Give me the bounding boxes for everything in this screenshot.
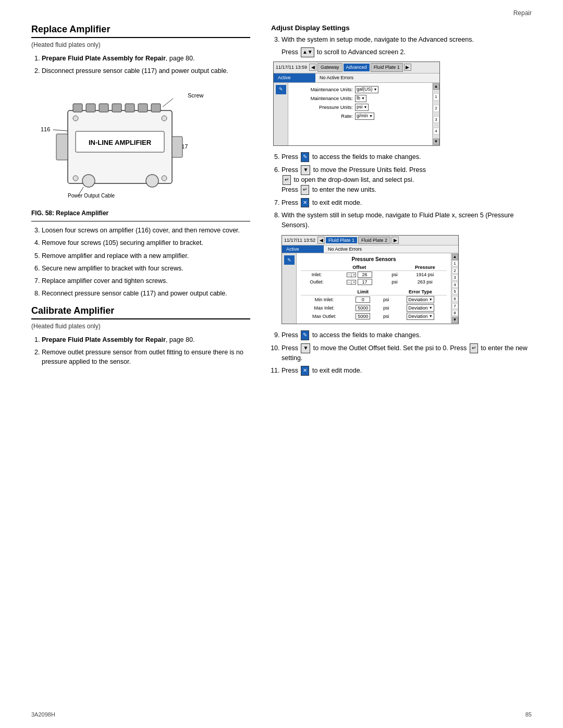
error-type-maxout: Deviation▼	[394, 312, 447, 320]
step8-text: Reconnect pressure sensor cable (117) an…	[42, 290, 227, 297]
footer-right: 85	[525, 711, 532, 718]
step7-text: Replace amplifier cover and tighten scre…	[42, 277, 168, 285]
exit-icon-step11: ✕	[301, 366, 309, 376]
limit-unit-minin: psi	[378, 295, 394, 304]
exit-icon-step7: ✕	[301, 198, 309, 208]
screen1-tab-gateway[interactable]: Gateway	[317, 63, 342, 72]
right-column: Adjust Display Settings With the system …	[271, 24, 532, 381]
col-empty-lim	[301, 289, 348, 295]
step1-rest: , page 80.	[166, 55, 195, 62]
limit-unit-maxin: psi	[378, 304, 394, 312]
scroll2-num-7: 7	[452, 303, 458, 309]
screen2-scrollbar: ▲ 1 2 3 4 5 6 7 8 ▼	[451, 253, 458, 324]
screen2-mockup: 11/17/11 13:52 ◀ Fluid Plate 1 Fluid Pla…	[282, 235, 459, 324]
settings-label-1: Maintenance Units:	[292, 86, 355, 93]
limit-val-maxin: 5000	[348, 304, 378, 312]
section2-subtitle: (Heated fluid plates only)	[31, 323, 250, 330]
screw-label: Screw	[188, 92, 204, 98]
max-outlet-value: 5000	[356, 313, 370, 319]
scroll2-down-btn[interactable]: ▼	[452, 317, 458, 323]
screen2-tab-fp2[interactable]: Fluid Plate 2	[358, 237, 390, 244]
steps-after-fig: Loosen four screws on amplifier (116) co…	[31, 226, 250, 298]
scroll-up-btn[interactable]: ▲	[433, 83, 439, 90]
screen2-edit-icon[interactable]: ✎	[284, 255, 295, 265]
screen1-forward-btn[interactable]: ▶	[404, 64, 411, 71]
svg-rect-17	[172, 137, 182, 157]
screen2-forward-btn[interactable]: ▶	[391, 237, 399, 244]
section1-title: Replace Amplifier	[31, 24, 250, 38]
max-inlet-value: 5000	[356, 305, 370, 311]
settings-value-4[interactable]: g/min▼	[355, 113, 374, 120]
screen1-back-btn[interactable]: ◀	[309, 64, 316, 71]
table-row: Inlet: −|+ 26 psi 1914 psi	[301, 270, 447, 278]
error-type-maxin: Deviation▼	[394, 304, 447, 312]
screen1-header: 11/17/11 13:59 ◀ Gateway Advanced Fluid …	[274, 62, 439, 73]
limit-val-minin: 0	[348, 295, 378, 304]
scroll2-up-btn[interactable]: ▲	[452, 254, 458, 260]
scroll-num-3: 3	[433, 116, 439, 124]
error-dropdown-maxin[interactable]: Deviation▼	[407, 304, 434, 312]
pressure-table: Offset Pressure Inlet: −|+ 26	[301, 264, 447, 286]
scroll2-num-6: 6	[452, 296, 458, 302]
right-steps-9-11: Press ✎ to access the fields to make cha…	[271, 330, 532, 376]
step3-text: Loosen four screws on amplifier (116) co…	[42, 227, 240, 234]
section1-subtitle: (Heated fluid plates only)	[31, 41, 250, 48]
outlet-stepper[interactable]: −|+	[347, 280, 356, 285]
left-column: Replace Amplifier (Heated fluid plates o…	[31, 24, 250, 381]
step3-right-text: With the system in setup mode, navigate …	[282, 36, 474, 43]
screen1-tab-fluidplate[interactable]: Fluid Plate 1	[371, 63, 403, 72]
settings-value-3[interactable]: psi▼	[355, 104, 369, 111]
svg-point-18	[82, 175, 95, 187]
amplifier-diagram-svg: Screw 116 117	[31, 82, 209, 202]
screen2-status-errors: No Active Errors	[324, 245, 458, 253]
screen2-tab-fp1[interactable]: Fluid Plate 1	[326, 237, 357, 243]
step11-suffix: to exit edit mode.	[312, 367, 362, 374]
limit-val-maxout: 5000	[348, 312, 378, 320]
page-footer: 3A2098H 85	[31, 711, 532, 718]
list-item: Remove amplifier and replace with a new …	[42, 251, 250, 261]
col-error-type: Error Type	[394, 289, 447, 295]
error-dropdown-minin[interactable]: Deviation▼	[407, 296, 434, 303]
screen1-edit-icon[interactable]: ✎	[276, 85, 286, 94]
screen1-scrollbar: ▲ 1 2 3 4 ▼	[432, 83, 439, 145]
screen2-status: Active No Active Errors	[282, 245, 458, 253]
limit-unit-maxout: psi	[378, 312, 394, 320]
settings-value-1[interactable]: gal(US)▼	[355, 86, 378, 93]
error-dropdown-maxout[interactable]: Deviation▼	[407, 313, 434, 320]
right-steps: With the system in setup mode, navigate …	[271, 35, 532, 230]
step4-text: Press	[282, 47, 298, 57]
calibrate-step2-text: Remove outlet pressure sensor from outle…	[42, 349, 243, 365]
header-label: Repair	[513, 9, 532, 17]
table-row: Outlet: −|+ 17 psi 263 psi	[301, 278, 447, 286]
calibrate-step1-rest: , page 80.	[166, 336, 195, 343]
down-icon-step10: ▼	[301, 343, 310, 353]
settings-label-3: Pressure Units:	[292, 104, 355, 111]
screen2-content: Pressure Sensors Offset Pressure	[297, 253, 451, 324]
settings-value-2[interactable]: lb▼	[355, 95, 366, 102]
inlet-stepper[interactable]: −|+	[347, 273, 356, 277]
screen1-tab-advanced[interactable]: Advanced	[344, 64, 370, 71]
screen2-timestamp: 11/17/11 13:52	[284, 238, 315, 243]
step1-bold: Prepare Fluid Plate Assembly for Repair	[42, 55, 166, 62]
step6-mid: to move the Pressure Units field. Press	[313, 166, 426, 174]
scroll2-num-5: 5	[452, 289, 458, 294]
scroll-num-4: 4	[433, 128, 439, 135]
scroll-down-btn[interactable]: ▼	[433, 139, 439, 145]
step11-text: Press	[282, 367, 298, 374]
screen2-back-btn[interactable]: ◀	[317, 237, 325, 244]
svg-rect-4	[73, 104, 82, 112]
step8-right-text: With the system still in setup mode, nav…	[282, 212, 513, 228]
list-item: With the system in setup mode, navigate …	[282, 35, 532, 44]
step6-text: Secure new amplifier to bracket with fou…	[42, 265, 183, 272]
list-item: Press ▲▼ to scroll to Advanced screen 2.…	[273, 47, 532, 146]
screen1-timestamp: 11/17/11 13:59	[276, 64, 307, 71]
svg-line-0	[163, 98, 173, 107]
scroll2-num-2: 2	[452, 268, 458, 274]
scroll2-num-1: 1	[452, 261, 458, 266]
page-header: Repair	[0, 0, 563, 19]
error-type-minin: Deviation▼	[394, 295, 447, 304]
screen2-header: 11/17/11 13:52 ◀ Fluid Plate 1 Fluid Pla…	[282, 236, 458, 245]
step6-text: Press	[282, 166, 298, 174]
step6-end: Press	[282, 186, 298, 193]
screen1-status-errors: No Active Errors	[315, 73, 439, 82]
